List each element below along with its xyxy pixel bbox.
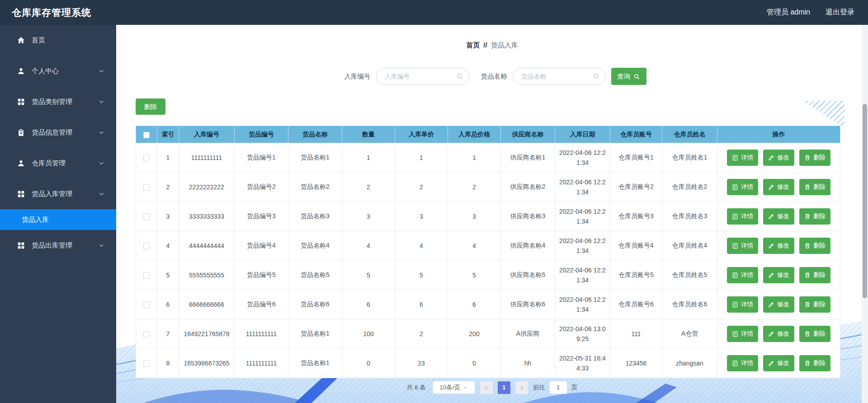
detail-button[interactable]: 详情 bbox=[727, 326, 758, 342]
row-checkbox[interactable] bbox=[143, 184, 150, 191]
delete-button[interactable]: 删除 bbox=[799, 150, 830, 166]
chevron-down-icon bbox=[99, 243, 104, 248]
cell-index: 1 bbox=[157, 143, 179, 173]
cell-ruku_no: 5555555555 bbox=[179, 261, 235, 290]
page-1-button[interactable]: 1 bbox=[498, 381, 510, 394]
table-row: 33333333333货品编号3货品名称3333供应商名称32022-04-06… bbox=[136, 202, 840, 231]
table-row: 44444444444货品编号4货品名称4444供应商名称42022-04-06… bbox=[136, 231, 840, 261]
breadcrumb: 首页//货品入库 bbox=[116, 41, 868, 50]
edit-button[interactable]: 修改 bbox=[763, 150, 794, 166]
detail-button[interactable]: 详情 bbox=[727, 150, 758, 166]
cell-unit_price: 4 bbox=[395, 231, 448, 261]
sidebar-subitem-goods-inbound[interactable]: 货品入库 bbox=[0, 209, 116, 230]
column-header: 索引 bbox=[157, 126, 179, 143]
delete-button[interactable]: 删除 bbox=[799, 267, 830, 283]
delete-button[interactable]: 删除 bbox=[799, 179, 830, 195]
table-row: 11111111111货品编号1货品名称1111供应商名称12022-04-06… bbox=[136, 143, 840, 173]
sidebar-item-label: 货品类别管理 bbox=[32, 98, 99, 106]
edit-icon bbox=[768, 360, 774, 366]
chevron-down-icon bbox=[99, 68, 104, 74]
sidebar-item-home[interactable]: 首页 bbox=[0, 25, 116, 56]
logout-link[interactable]: 退出登录 bbox=[826, 8, 854, 17]
delete-button[interactable]: 删除 bbox=[799, 355, 830, 371]
sidebar-item-goods-info-mgmt[interactable]: 货品信息管理 bbox=[0, 117, 116, 148]
delete-icon bbox=[804, 272, 811, 278]
detail-button[interactable]: 详情 bbox=[727, 267, 758, 283]
cell-goods_name: 货品名称5 bbox=[288, 261, 342, 290]
cell-total_price: 6 bbox=[448, 290, 501, 319]
detail-button[interactable]: 详情 bbox=[727, 355, 758, 371]
cell-clerk_account: 111 bbox=[610, 319, 662, 349]
cell-goods_no: 货品编号6 bbox=[235, 290, 288, 319]
sidebar-item-label: 货品信息管理 bbox=[32, 128, 99, 137]
delete-icon bbox=[804, 184, 811, 190]
inbound-no-input[interactable] bbox=[376, 68, 469, 85]
delete-button[interactable]: 删除 bbox=[799, 208, 830, 225]
detail-button[interactable]: 详情 bbox=[727, 238, 758, 254]
chevron-down-icon bbox=[99, 191, 104, 197]
edit-button[interactable]: 修改 bbox=[763, 238, 794, 254]
table-row: 716492217658781111111111货品名称11002200A供应商… bbox=[136, 319, 840, 349]
edit-button[interactable]: 修改 bbox=[763, 355, 794, 371]
edit-icon bbox=[768, 272, 774, 278]
sidebar-item-label: 货品出库管理 bbox=[32, 241, 99, 250]
row-checkbox[interactable] bbox=[143, 243, 150, 249]
edit-button[interactable]: 修改 bbox=[763, 326, 794, 342]
row-checkbox[interactable] bbox=[143, 331, 150, 337]
delete-button[interactable]: 删除 bbox=[799, 296, 830, 313]
sidebar-item-personal-center[interactable]: 个人中心 bbox=[0, 56, 116, 86]
cell-clerk_name: 仓库员姓名3 bbox=[662, 202, 717, 231]
cell-date: 2022-04-06 12:21:34 bbox=[555, 231, 610, 261]
sidebar-item-goods-outbound-mgmt[interactable]: 货品出库管理 bbox=[0, 230, 116, 261]
cell-clerk_account: 仓库员账号6 bbox=[610, 290, 662, 319]
detail-button[interactable]: 详情 bbox=[727, 208, 758, 225]
cell-qty: 100 bbox=[342, 319, 395, 349]
row-checkbox[interactable] bbox=[143, 155, 150, 161]
search-icon bbox=[456, 73, 463, 80]
delete-icon bbox=[804, 301, 811, 308]
row-checkbox[interactable] bbox=[143, 302, 150, 308]
next-page-button[interactable] bbox=[515, 381, 528, 394]
table-row: 816539866732651111111111货品名称10230hh2022-… bbox=[136, 349, 840, 378]
cell-supplier: 供应商名称5 bbox=[501, 261, 555, 290]
checkbox-cell bbox=[136, 349, 157, 378]
breadcrumb-home[interactable]: 首页 bbox=[466, 41, 480, 49]
row-checkbox[interactable] bbox=[143, 272, 150, 279]
goto-page-input[interactable] bbox=[549, 381, 567, 394]
edit-icon bbox=[768, 331, 774, 337]
row-checkbox[interactable] bbox=[143, 214, 150, 220]
edit-button[interactable]: 修改 bbox=[763, 208, 794, 225]
detail-button[interactable]: 详情 bbox=[727, 179, 758, 195]
query-button[interactable]: 查询 bbox=[611, 68, 646, 85]
detail-icon bbox=[732, 155, 738, 161]
sidebar-item-goods-category-mgmt[interactable]: 货品类别管理 bbox=[0, 86, 116, 117]
cell-qty: 3 bbox=[342, 202, 395, 231]
edit-button[interactable]: 修改 bbox=[763, 296, 794, 313]
delete-icon bbox=[804, 155, 811, 161]
sidebar-item-warehouse-clerk-mgmt[interactable]: 仓库员管理 bbox=[0, 148, 116, 178]
page-size-select[interactable]: 10条/页 bbox=[433, 381, 475, 394]
delete-icon bbox=[804, 243, 811, 249]
cell-total_price: 2 bbox=[448, 173, 501, 202]
detail-button[interactable]: 详情 bbox=[727, 296, 758, 313]
edit-button[interactable]: 修改 bbox=[763, 179, 794, 195]
sidebar-item-goods-inbound-mgmt[interactable]: 货品入库管理 bbox=[0, 178, 116, 209]
select-all-checkbox[interactable] bbox=[143, 132, 150, 138]
scrollbar[interactable] bbox=[862, 25, 868, 403]
cell-unit_price: 2 bbox=[395, 319, 448, 349]
goods-name-input[interactable] bbox=[513, 68, 606, 85]
prev-page-button[interactable] bbox=[480, 381, 493, 394]
bulk-delete-button[interactable]: 删除 bbox=[136, 98, 165, 115]
row-checkbox[interactable] bbox=[143, 361, 150, 367]
delete-icon bbox=[804, 360, 811, 366]
cell-index: 3 bbox=[157, 202, 179, 231]
column-header: 货品编号 bbox=[235, 126, 288, 143]
cell-clerk_account: 仓库员账号2 bbox=[610, 173, 662, 202]
actions-cell: 详情修改删除 bbox=[717, 202, 840, 231]
delete-button[interactable]: 删除 bbox=[799, 238, 830, 254]
edit-button[interactable]: 修改 bbox=[763, 267, 794, 283]
scrollbar-thumb[interactable] bbox=[863, 104, 867, 298]
delete-button[interactable]: 删除 bbox=[799, 326, 830, 342]
chevron-down-icon bbox=[99, 99, 104, 105]
cell-ruku_no: 3333333333 bbox=[179, 202, 235, 231]
